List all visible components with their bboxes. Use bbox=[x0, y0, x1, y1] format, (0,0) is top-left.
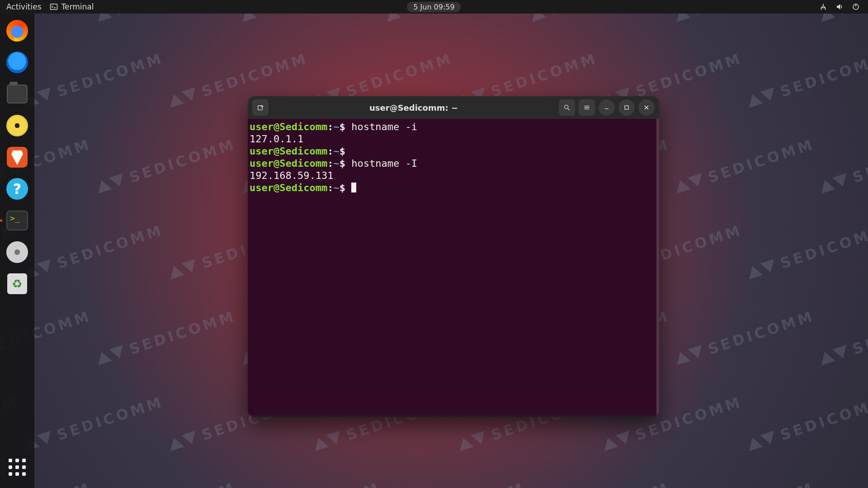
dock-software[interactable] bbox=[5, 145, 30, 170]
svg-point-6 bbox=[565, 105, 568, 109]
window-titlebar[interactable]: user@Sedicomm: ~ bbox=[248, 96, 659, 119]
terminal-scrollbar[interactable] bbox=[656, 119, 659, 415]
software-icon bbox=[7, 147, 28, 168]
dock-thunderbird[interactable] bbox=[5, 50, 30, 75]
trash-icon bbox=[7, 273, 27, 294]
window-title: user@Sedicomm: ~ bbox=[272, 103, 555, 113]
volume-icon[interactable] bbox=[835, 3, 844, 11]
firefox-icon bbox=[6, 20, 28, 42]
terminal-icon bbox=[50, 3, 58, 11]
top-bar: Activities Terminal 5 Jun 09:59 bbox=[0, 0, 868, 14]
search-button[interactable] bbox=[559, 99, 575, 116]
help-icon: ? bbox=[6, 178, 28, 200]
app-menu-label: Terminal bbox=[61, 2, 94, 11]
terminal-output[interactable]: user@Sedicomm:~$ hostname -i 127.0.1.1 u… bbox=[248, 119, 656, 415]
svg-rect-12 bbox=[625, 106, 628, 109]
dock-files[interactable] bbox=[5, 81, 30, 107]
close-button[interactable] bbox=[638, 99, 655, 116]
dock-help[interactable]: ? bbox=[5, 176, 30, 202]
clock[interactable]: 5 Jun 09:59 bbox=[407, 2, 461, 12]
files-icon bbox=[7, 84, 28, 103]
dock-disc[interactable] bbox=[5, 239, 30, 265]
dock-firefox[interactable] bbox=[5, 18, 30, 43]
network-icon[interactable] bbox=[819, 3, 827, 11]
dock: ? >_ bbox=[0, 14, 34, 488]
dock-terminal[interactable]: >_ bbox=[5, 208, 30, 233]
menu-button[interactable] bbox=[579, 99, 595, 116]
show-applications-button[interactable] bbox=[5, 455, 30, 480]
power-icon[interactable] bbox=[852, 3, 860, 11]
app-menu[interactable]: Terminal bbox=[50, 2, 94, 11]
svg-rect-0 bbox=[50, 4, 57, 9]
rhythmbox-icon bbox=[6, 115, 28, 136]
disc-icon bbox=[6, 241, 28, 263]
minimize-button[interactable] bbox=[599, 99, 615, 116]
terminal-app-icon: >_ bbox=[6, 211, 28, 230]
svg-line-7 bbox=[568, 108, 570, 110]
thunderbird-icon bbox=[6, 52, 28, 73]
terminal-window: user@Sedicomm: ~ user@Sedicomm:~$ hostna… bbox=[248, 96, 659, 417]
dock-rhythmbox[interactable] bbox=[5, 113, 30, 138]
activities-button[interactable]: Activities bbox=[6, 2, 42, 11]
dock-trash[interactable] bbox=[5, 271, 30, 296]
maximize-button[interactable] bbox=[618, 99, 635, 116]
new-tab-button[interactable] bbox=[252, 99, 269, 116]
